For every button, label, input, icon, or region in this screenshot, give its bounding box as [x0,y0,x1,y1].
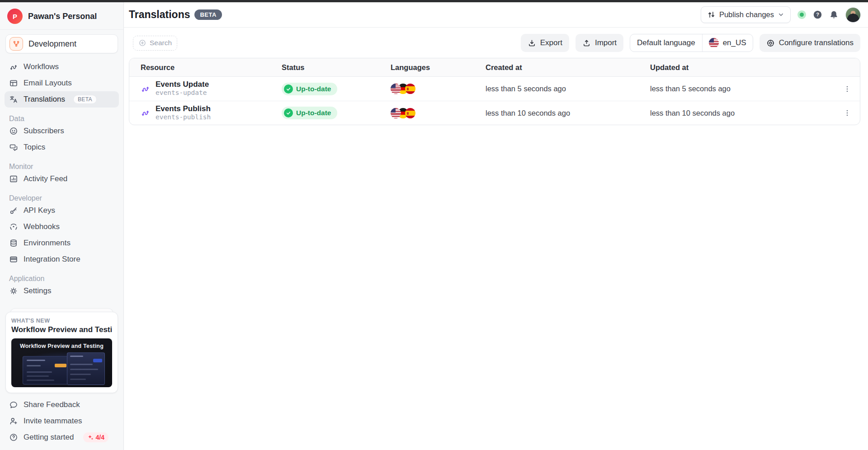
updated-at-cell: less than 10 seconds ago [650,109,835,117]
default-language-value[interactable]: en_US [703,34,753,52]
toolbar: Search Export [129,34,860,52]
column-header-created-at: Created at [486,63,650,72]
us-flag-icon [391,108,401,118]
database-icon [9,239,18,248]
sidebar-item-email-layouts[interactable]: Email Layouts [5,75,119,91]
import-button[interactable]: Import [576,34,623,52]
section-label-data: Data [5,111,119,123]
workflow-icon [141,108,150,117]
publish-arrows-icon [707,10,716,19]
footer-item-label: Invite teammates [24,417,82,426]
table-header-row: Resource Status Languages Created at Upd… [129,58,860,77]
whats-new-thumbnail: Workflow Preview and Testing [11,338,112,387]
sidebar-item-workflows[interactable]: Workflows [5,59,119,75]
us-flag-icon [709,38,719,48]
sidebar-item-subscribers[interactable]: Subscribers [5,123,119,139]
created-at-cell: less than 5 seconds ago [486,84,650,93]
default-language-label: Default language [630,34,703,52]
sidebar-item-environments[interactable]: Environments [5,235,119,251]
language-code: en_US [723,38,746,47]
status-badge: Up-to-date [282,107,337,119]
resource-cell: Events Update events-update [129,80,282,97]
sidebar-item-label: Translations [24,95,65,104]
section-label-monitor: Monitor [5,159,119,171]
us-flag-icon [391,84,401,94]
language-flags [391,108,486,118]
help-filled-icon: ? [813,10,822,19]
sidebar-item-topics[interactable]: Topics [5,139,119,155]
kebab-menu-icon [843,109,851,117]
table-row[interactable]: Events Publish events-publish Up-to-date [129,101,860,125]
page-title: Translations [129,9,190,21]
section-label-application: Application [5,271,119,283]
sidebar-item-translations[interactable]: Translations BETA [5,91,119,108]
share-feedback-button[interactable]: Share Feedback [5,397,119,413]
page-beta-badge: BETA [194,9,222,20]
org-switcher[interactable]: P Pawan's Personal [0,2,123,30]
search-button[interactable]: Search [133,36,177,51]
whats-new-eyebrow: WHAT'S NEW [11,318,112,324]
whats-new-card[interactable]: WHAT'S NEW Workflow Preview and Testing … [5,312,118,393]
user-plus-icon [9,417,18,426]
main-area: Translations BETA Publish changes [124,2,868,450]
store-icon [9,255,18,264]
sidebar-item-label: Email Layouts [24,79,72,88]
row-menu-button[interactable] [835,109,860,117]
org-name: Pawan's Personal [28,12,97,21]
sidebar-item-activity-feed[interactable]: Activity Feed [5,171,119,187]
help-button[interactable]: ? [813,10,822,19]
whats-new-stack: WHAT'S NEW Workflow Preview and Testing … [5,308,118,393]
invite-teammates-button[interactable]: Invite teammates [5,413,119,429]
sidebar-item-label: Integration Store [24,255,80,264]
webhook-icon [9,222,18,231]
configure-translations-button[interactable]: Configure translations [760,34,860,52]
activity-feed-icon [9,174,18,183]
notifications-button[interactable] [829,10,839,19]
default-language-control[interactable]: Default language en_US [630,34,753,52]
workflow-icon [141,84,150,94]
sidebar-item-integration-store[interactable]: Integration Store [5,251,119,267]
workflow-icon [9,62,18,71]
kebab-menu-icon [843,85,851,93]
sidebar-item-settings[interactable]: Settings [5,283,119,299]
resource-cell: Events Publish events-publish [129,105,282,121]
publish-changes-label: Publish changes [719,10,774,19]
sidebar-item-label: Activity Feed [24,174,67,183]
resource-slug: events-publish [156,113,211,121]
getting-started-progress-badge: 4/4 [83,432,108,442]
getting-started-button[interactable]: Getting started 4/4 [5,429,119,445]
topics-icon [9,143,18,152]
import-label: Import [595,38,617,47]
export-button[interactable]: Export [521,34,569,52]
language-flags [391,84,486,94]
status-cell: Up-to-date [282,83,391,95]
sidebar-item-label: Topics [24,143,45,152]
sparkles-icon [87,434,94,441]
status-cell: Up-to-date [282,107,391,119]
user-avatar[interactable] [845,7,861,23]
sidebar-item-label: API Keys [24,206,55,215]
help-circle-icon [9,433,18,442]
publish-changes-button[interactable]: Publish changes [701,6,791,23]
org-avatar: P [7,9,23,24]
sidebar-spacer [0,299,123,308]
subscribers-icon [9,127,18,136]
sidebar-item-webhooks[interactable]: Webhooks [5,219,119,235]
resource-name: Events Publish [156,105,211,113]
plus-circle-icon [138,39,146,47]
sidebar-item-api-keys[interactable]: API Keys [5,202,119,219]
resource-name: Events Update [156,80,209,89]
layout-icon [9,79,18,88]
speech-bubble-icon [9,400,18,409]
whats-new-title: Workflow Preview and Testing i... [11,325,112,334]
table-row[interactable]: Events Update events-update Up-to-date [129,77,860,101]
footer-item-label: Getting started [24,433,74,442]
environment-label: Development [28,39,76,49]
languages-cell [391,84,486,94]
git-branch-icon [9,37,23,51]
environment-selector[interactable]: Development [5,34,118,53]
translations-table: Resource Status Languages Created at Upd… [129,58,860,125]
sidebar-item-label: Settings [24,286,51,295]
footer-item-label: Share Feedback [24,400,80,409]
row-menu-button[interactable] [835,85,860,93]
